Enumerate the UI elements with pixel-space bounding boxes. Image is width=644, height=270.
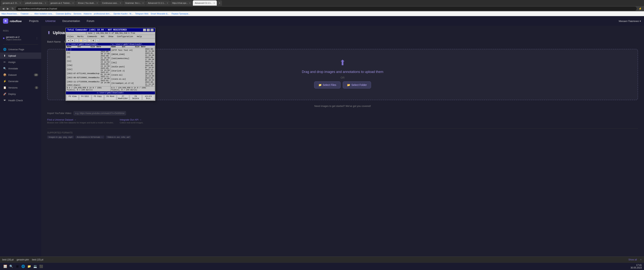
tc-toolbar-btn-3[interactable]: 📁 (79, 39, 83, 42)
tc-left-file-row[interactable]: [..] (66, 48, 110, 51)
tab-close[interactable]: ✕ (142, 2, 144, 4)
tab-close[interactable]: ✕ (214, 2, 215, 4)
bookmark-9[interactable]: Smart Wearable &... (151, 13, 169, 15)
tc-maximize-button[interactable]: □ (147, 29, 150, 31)
tc-left-file-row[interactable]: [3]2022-06-21 18:48 (66, 55, 110, 59)
tc-left-file-row[interactable]: [2022-djwci] (66, 84, 110, 86)
tc-left-file-row[interactable]: [11]2023-05-24 12:52 (66, 59, 110, 63)
nav-projects[interactable]: Projects (28, 19, 40, 23)
tc-left-file-row[interactable]: [13c]2023-05-24 13:59 (66, 67, 110, 71)
address-bar[interactable]: app.roboflow.com/rodt/gerasim-ai-2/uploa… (16, 7, 637, 11)
taskbar-windows-icon[interactable]: 🪟 (2, 263, 8, 269)
tc-left-file-row[interactable]: [1]2023-05-30 17:08 (66, 51, 110, 55)
tab-grammar[interactable]: Grammar: the c... ✕ (123, 0, 146, 6)
sidebar-item-universe-page[interactable]: 🌐 Universe Page (0, 46, 41, 53)
tc-toolbar-btn-7[interactable]: 🔍 (96, 39, 99, 42)
bookmark-3[interactable]: Сканние файлы (56, 13, 71, 15)
tc-right-file-row[interactable]: [SublimeHostKey]2022-08-17 09:38 (111, 56, 155, 61)
tc-cmd-btn-4[interactable]: F7 NewFolder (117, 95, 129, 100)
bookmark-4[interactable]: Services (74, 13, 81, 15)
bookmark-5[interactable]: Новости (84, 13, 92, 15)
taskbar-file-explorer-icon[interactable]: 📁 (26, 263, 32, 269)
download-item-2[interactable]: best (15).pt (32, 258, 44, 261)
tab-new[interactable]: + (217, 0, 222, 6)
show-all-button[interactable]: Show all (628, 258, 637, 261)
tc-right-file-row[interactable]: [HTTP Test Tool v4]2022-08-30 21:08 (111, 48, 155, 52)
tc-cmd-btn-2[interactable]: F5 Copy (92, 95, 104, 100)
sidebar-item-generate[interactable]: ⚡ Generate (0, 78, 41, 84)
download-item-0[interactable]: best (16).pt (2, 258, 14, 261)
tab-advanced1[interactable]: Advanced C1:1:1... ✕ (146, 0, 170, 6)
tab-close[interactable]: ✕ (45, 2, 46, 4)
tc-left-file-row[interactable]: [2022-11-17T155556_VeeamBackupLogs]2023-… (66, 80, 110, 84)
tab-chat[interactable]: https://chat.ope... ✕ (170, 0, 192, 6)
tc-menu-marks[interactable]: Marks (76, 35, 84, 38)
tc-toolbar-btn-1[interactable]: ▶ (71, 39, 74, 42)
integrate-api-link[interactable]: Integrate Our API → (120, 118, 142, 121)
back-button[interactable]: ◀ (2, 7, 5, 11)
tc-cmd-btn-6[interactable]: Alt+F4 Exit (142, 95, 154, 100)
tc-cmd-btn-5[interactable]: F8 Delete (130, 95, 142, 100)
tc-cmd-btn-3[interactable]: F6 Move (104, 95, 116, 100)
bookmark-8[interactable]: Telegram Web (135, 13, 148, 15)
tab-gerasim[interactable]: gerasim-ai-2: D... ✕ (1, 0, 23, 6)
tc-path-bar[interactable]: c:\Users\gmbl\Downloads\ (66, 91, 155, 94)
sidebar-item-versions[interactable]: 📋 Versions 1 (0, 84, 41, 91)
sidebar-item-annotate[interactable]: 🔍 Annotate (0, 65, 41, 72)
bookmark-10[interactable]: Первая Трениров... (172, 13, 190, 15)
find-universe-link[interactable]: Find a Universe Dataset → (47, 118, 76, 121)
tc-toolbar-btn-5[interactable]: 📋 (87, 39, 91, 42)
sidebar-item-health-check[interactable]: ❤ Health Check (0, 97, 41, 103)
tc-menu-show[interactable]: Show (108, 35, 114, 38)
tc-menu-commands[interactable]: Commands (86, 35, 98, 38)
tc-left-file-row[interactable]: [13a]2023-05-24 12:56 (66, 63, 110, 67)
tc-toolbar-btn-4[interactable]: ✂ (83, 39, 87, 42)
nav-documentation[interactable]: Documentation (61, 19, 82, 23)
bookmark-0[interactable]: https://travel.boo... (2, 13, 18, 15)
tc-minimize-button[interactable]: _ (143, 29, 146, 31)
tab-advanced2[interactable]: Advanced C1:1:1... ✕ (193, 0, 217, 6)
tab-todoist[interactable]: gerasim-ai-2: Todoist... ✕ (48, 0, 76, 6)
forward-button[interactable]: ▶ (6, 7, 10, 11)
tab-close[interactable]: ✕ (96, 2, 98, 4)
nav-forum[interactable]: Forum (85, 19, 96, 23)
tab-close[interactable]: ✕ (189, 2, 190, 4)
tc-right-file-row[interactable]: [DRIVE_2340]2023-01-21 20:48 (111, 52, 155, 56)
tc-left-file-row[interactable]: [2022-08-02T150002_VeeamBackupLogs]2022-… (66, 76, 110, 80)
taskbar-task-view-icon[interactable]: ⊞ (14, 263, 20, 269)
refresh-button[interactable]: ↻ (11, 7, 14, 11)
tc-menu-files[interactable]: Files (67, 35, 74, 38)
tc-right-file-row[interactable]: [imj]2022-12-14 19:15 (111, 61, 155, 65)
tab-close[interactable]: ✕ (166, 2, 168, 4)
tc-right-file-row[interactable]: [state-ai]2023-02-10 13:36 (111, 73, 155, 77)
tc-cmd-btn-0[interactable]: F3 View (67, 95, 78, 100)
sidebar-item-assign[interactable]: ✏ Assign (0, 59, 41, 65)
bookmark-6[interactable]: professional dem... (94, 13, 111, 15)
taskbar-search-icon[interactable]: 🔍 (8, 263, 14, 269)
select-files-button[interactable]: 📁 Select Files (314, 81, 340, 88)
tc-toolbar-btn-0[interactable]: ◀ (67, 39, 70, 42)
download-item-1[interactable]: gerasim.ptm (17, 258, 29, 261)
taskbar-chrome-icon[interactable]: 🌐 (20, 263, 26, 269)
tc-toolbar-btn-6[interactable]: 🗑 (91, 39, 95, 42)
tc-right-file-row[interactable]: [Starlink 2]2022-12-19 15:07 (111, 69, 155, 73)
tab-yolo[interactable]: yolov8-custom-trai... ✕ (23, 0, 48, 6)
sidebar-item-upload[interactable]: ⬆ Upload (0, 53, 41, 59)
tc-left-file-row[interactable]: [2022-07-07T11462_VeeamBackupLogs]2022-0… (66, 71, 110, 76)
extensions-button[interactable]: ⚡ (638, 7, 642, 11)
tab-iknow[interactable]: iKnow | You studi... ✕ (76, 0, 100, 6)
nav-user[interactable]: Михаил Павленко ▾ (619, 20, 641, 23)
sidebar-item-dataset[interactable]: 📦 Dataset 10 (0, 72, 41, 78)
tc-right-file-row[interactable]: [StreamSpot_v2.17.0]2022-08-11 11:18 (111, 81, 155, 85)
project-menu-icon[interactable]: ⋮ (36, 37, 38, 40)
taskbar-vscode-icon[interactable]: 💻 (32, 263, 38, 269)
bookmark-7[interactable]: Djembe Kaufen - M... (114, 13, 133, 15)
bookmark-2[interactable]: Alien Isolation runa... (34, 13, 54, 15)
select-folder-button[interactable]: 📂 Select Folder (343, 81, 371, 88)
tc-menu-config[interactable]: Configuration (116, 35, 134, 38)
tab-close[interactable]: ✕ (20, 2, 21, 4)
tc-menu-help[interactable]: Help (136, 35, 142, 38)
tc-menu-net[interactable]: Net (100, 35, 106, 38)
nav-universe[interactable]: Universe (44, 19, 57, 23)
tab-continuous[interactable]: Continuous assi... ✕ (100, 0, 123, 6)
